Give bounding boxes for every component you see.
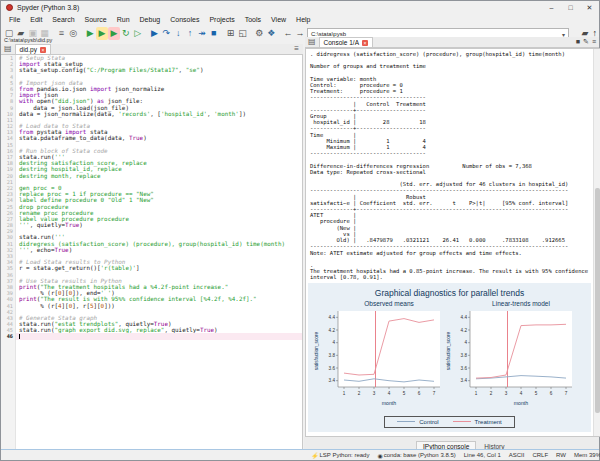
svg-text:4.4: 4.4 xyxy=(329,314,336,319)
editor-tab-bar: ▤ did.py × ≡ xyxy=(1,44,303,55)
console-output: . didregress (satisfaction_score) (proce… xyxy=(306,49,600,281)
editor-breadcrumb: C:\stata\pysb\did.py xyxy=(1,37,303,44)
browse-tabs-icon[interactable]: ▤ xyxy=(305,37,319,47)
editor-tab-label: did.py xyxy=(20,46,37,53)
console-tab-bar: ▤ Console 1/A × ■✎≡ xyxy=(305,37,599,48)
svg-text:7: 7 xyxy=(565,391,568,396)
svg-text:5: 5 xyxy=(535,391,538,396)
status-conda-base-python-3-8-5: ◉conda: base (Python 3.8.5) xyxy=(377,452,455,459)
menu-file[interactable]: File xyxy=(4,14,25,26)
svg-text:3.8: 3.8 xyxy=(329,352,336,357)
svg-text:month: month xyxy=(514,400,529,406)
chart-panel-observed-means: Observed means3.43.63.844.24.41234567mon… xyxy=(312,299,444,413)
close-console-icon[interactable]: × xyxy=(362,40,368,46)
status-icon: ◉ xyxy=(377,452,382,459)
menu-run[interactable]: Run xyxy=(112,14,135,26)
menu-debug[interactable]: Debug xyxy=(135,14,166,26)
svg-text:satisfaction_score: satisfaction_score xyxy=(314,331,319,370)
legend-label: Control xyxy=(419,419,438,425)
svg-text:3: 3 xyxy=(373,391,376,396)
ipython-console[interactable]: . didregress (satisfaction_score) (proce… xyxy=(305,48,600,437)
console-tab-label: Console 1/A xyxy=(324,39,359,46)
browse-tabs-icon[interactable]: ▤ xyxy=(1,44,15,54)
svg-text:Linear-trends model: Linear-trends model xyxy=(492,300,550,307)
code-line: 46 xyxy=(1,333,302,339)
status-ascii: ASCII xyxy=(509,452,525,458)
menu-projects[interactable]: Projects xyxy=(204,14,239,26)
menu-search[interactable]: Search xyxy=(47,14,79,26)
svg-text:7: 7 xyxy=(433,391,436,396)
legend-item-treatment: Treatment xyxy=(453,419,502,425)
svg-text:3.6: 3.6 xyxy=(461,365,468,370)
svg-text:4.2: 4.2 xyxy=(461,327,468,332)
status-mem-39: Mem 39% xyxy=(574,452,600,458)
close-button[interactable]: ✕ xyxy=(580,1,599,14)
maximize-button[interactable]: □ xyxy=(561,1,580,14)
status-lsp-python-ready: ⚡LSP Python: ready xyxy=(311,452,369,459)
menu-edit[interactable]: Edit xyxy=(25,14,47,26)
svg-text:3.4: 3.4 xyxy=(461,378,468,383)
svg-text:3.8: 3.8 xyxy=(461,352,468,357)
menu-help[interactable]: Help xyxy=(291,14,315,26)
minimize-button[interactable]: – xyxy=(542,1,561,14)
editor-options-menu-icon[interactable]: ≡ xyxy=(290,44,303,54)
chart-title: Graphical diagnostics for parallel trend… xyxy=(308,288,591,298)
svg-text:satisfaction_score: satisfaction_score xyxy=(446,331,451,370)
window-controls: –□✕ xyxy=(542,1,599,14)
inspect-icon[interactable]: ✎ xyxy=(583,37,589,47)
status-rw: RW xyxy=(556,452,566,458)
close-tab-icon[interactable]: × xyxy=(40,47,46,53)
status-bar: ⚡LSP Python: ready◉conda: base (Python 3… xyxy=(1,449,599,460)
svg-text:3.6: 3.6 xyxy=(329,365,336,370)
interrupt-kernel-icon[interactable]: ■ xyxy=(576,37,580,47)
editor-tab-didpy[interactable]: did.py × xyxy=(15,44,51,54)
chart-legend: ControlTreatment xyxy=(384,416,514,428)
svg-text:4.2: 4.2 xyxy=(329,327,336,332)
svg-text:4: 4 xyxy=(520,391,523,396)
menu-bar: FileEditSearchSourceRunDebugConsolesProj… xyxy=(1,14,599,26)
text-cursor xyxy=(19,334,20,339)
console-tab[interactable]: Console 1/A × xyxy=(319,37,373,47)
line-number: 46 xyxy=(1,333,16,339)
chart-panel-linear-trends-model: Linear-trends model3.43.63.844.24.412345… xyxy=(444,299,576,413)
stata-graph: Graphical diagnostics for parallel trend… xyxy=(308,283,591,432)
menu-view[interactable]: View xyxy=(266,14,291,26)
console-toolbar: ■✎≡ xyxy=(576,37,599,47)
legend-item-control: Control xyxy=(397,419,438,425)
options-menu-icon[interactable]: ≡ xyxy=(592,37,596,47)
svg-text:1: 1 xyxy=(343,391,346,396)
window-title: Spyder (Python 3.8) xyxy=(17,4,79,11)
svg-text:4: 4 xyxy=(332,340,335,345)
scrollbar-thumb[interactable] xyxy=(595,188,600,412)
console-scrollbar[interactable] xyxy=(593,49,600,436)
svg-text:Observed means: Observed means xyxy=(364,300,414,307)
svg-text:4.4: 4.4 xyxy=(461,314,468,319)
legend-line-sample xyxy=(453,421,471,422)
svg-text:2: 2 xyxy=(358,391,361,396)
spyder-logo-icon xyxy=(6,4,13,11)
code-editor[interactable]: 1# Setup Stata2import stata_setup3stata_… xyxy=(1,55,303,451)
svg-text:4: 4 xyxy=(388,391,391,396)
legend-label: Treatment xyxy=(475,419,502,425)
svg-text:3: 3 xyxy=(505,391,508,396)
legend-line-sample xyxy=(397,421,415,422)
spyder-window: Spyder (Python 3.8) –□✕ FileEditSearchSo… xyxy=(0,0,600,461)
svg-text:6: 6 xyxy=(550,391,553,396)
svg-text:1: 1 xyxy=(475,391,478,396)
chart-panels: Observed means3.43.63.844.24.41234567mon… xyxy=(308,299,591,413)
menu-consoles[interactable]: Consoles xyxy=(165,14,204,26)
status-icon: ⚡ xyxy=(311,452,319,459)
status-line-46-col-1: Line 46, Col 1 xyxy=(464,452,501,458)
svg-text:3.4: 3.4 xyxy=(329,378,336,383)
menu-source[interactable]: Source xyxy=(80,14,112,26)
svg-text:month: month xyxy=(382,400,397,406)
menu-tools[interactable]: Tools xyxy=(240,14,266,26)
svg-text:6: 6 xyxy=(418,391,421,396)
svg-text:5: 5 xyxy=(403,391,406,396)
status-crlf: CRLF xyxy=(532,452,548,458)
svg-text:2: 2 xyxy=(490,391,493,396)
title-bar: Spyder (Python 3.8) –□✕ xyxy=(1,1,599,14)
svg-text:4: 4 xyxy=(464,340,467,345)
